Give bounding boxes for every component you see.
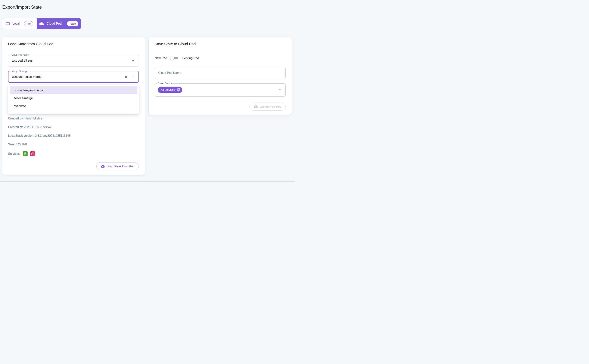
all-services-chip[interactable]: All Services — [158, 87, 183, 93]
merge-option-account-region-merge[interactable]: account-region-merge — [10, 86, 137, 94]
cloud-pod-name-input[interactable] — [155, 67, 286, 79]
load-state-button[interactable]: Load State From Pod — [96, 162, 139, 170]
page-title: Export/Import State — [2, 5, 42, 10]
tab-cloud-pod[interactable]: Cloud Pod Team — [37, 18, 81, 29]
saved-services-label: Saved Services — [157, 82, 175, 85]
tab-local-label: Local — [12, 22, 20, 25]
create-pod-button-label: Create New Pod — [260, 105, 281, 108]
merge-strategy-label: Merge Strategy — [11, 70, 28, 72]
new-pod-label: New Pod — [155, 56, 167, 60]
chip-label: All Services — [161, 88, 175, 91]
switch-thumb — [170, 56, 174, 60]
pod-mode-switch[interactable] — [170, 56, 178, 60]
dropdown-arrow-icon[interactable] — [130, 58, 136, 64]
merge-options-listbox: account-region-merge service-merge overw… — [8, 85, 139, 114]
dropdown-arrow-up-icon[interactable] — [130, 74, 136, 80]
bottom-edge — [0, 182, 294, 182]
merge-strategy-value: account-region-merge — [12, 75, 41, 78]
metadata-created-at: Created at: 2023-11-05 15:24:42 — [8, 125, 139, 130]
existing-pod-label: Existing Pod — [182, 56, 199, 60]
merge-strategy-combobox[interactable]: Merge Strategy account-region-merge — [8, 71, 139, 83]
merge-option-overwrite[interactable]: overwrite — [10, 102, 137, 110]
s3-service-icon — [23, 151, 28, 156]
load-card-title: Load State from Cloud Pod — [8, 42, 139, 46]
saved-services-field[interactable]: Saved Services All Services — [155, 83, 286, 97]
tab-cloud-pod-label: Cloud Pod — [46, 22, 62, 25]
cloud-download-icon — [101, 164, 105, 168]
pod-name-label: Cloud Pod Name — [11, 53, 29, 56]
sqs-service-icon — [30, 151, 35, 156]
pod-metadata: Created by: Harsh Mishra Created at: 202… — [8, 116, 139, 147]
metadata-localstack-version: LocalStack version: 2.3.3.dev20231025113… — [8, 134, 139, 138]
create-pod-button[interactable]: Create New Pod — [249, 103, 286, 111]
export-import-state-page: Export/Import State Local Pro Cloud Pod … — [0, 0, 294, 182]
pro-badge: Pro — [24, 21, 33, 26]
merge-option-service-merge[interactable]: service-merge — [10, 94, 137, 102]
cloud-icon — [39, 21, 44, 26]
clear-icon[interactable] — [124, 75, 128, 79]
saved-services-dropdown-icon[interactable] — [277, 87, 283, 93]
save-state-card: Save State to Cloud Pod New Pod Existing… — [149, 37, 292, 115]
laptop-icon — [5, 21, 10, 26]
cloud-upload-icon — [254, 105, 258, 109]
load-state-card: Load State from Cloud Pod Cloud Pod Name… — [2, 37, 145, 175]
metadata-size: Size: 3.27 KiB — [8, 142, 139, 147]
pod-mode-toggle-row: New Pod Existing Pod — [155, 54, 286, 62]
tab-local[interactable]: Local Pro — [2, 18, 37, 29]
services-row: Services: — [8, 151, 139, 156]
load-state-button-label: Load State From Pod — [107, 165, 134, 168]
page-header: Export/Import State — [0, 0, 294, 14]
services-label: Services: — [8, 152, 20, 156]
chip-delete-icon[interactable] — [176, 87, 181, 92]
mode-tab-group: Local Pro Cloud Pod Team — [2, 18, 81, 29]
pod-name-value: test-pod-s3-sqs — [12, 59, 33, 62]
pod-name-select[interactable]: Cloud Pod Name test-pod-s3-sqs — [8, 55, 139, 66]
text-caret — [42, 75, 42, 79]
save-card-title: Save State to Cloud Pod — [155, 42, 286, 46]
metadata-created-by: Created by: Harsh Mishra — [8, 116, 139, 121]
team-badge: Team — [67, 21, 78, 26]
